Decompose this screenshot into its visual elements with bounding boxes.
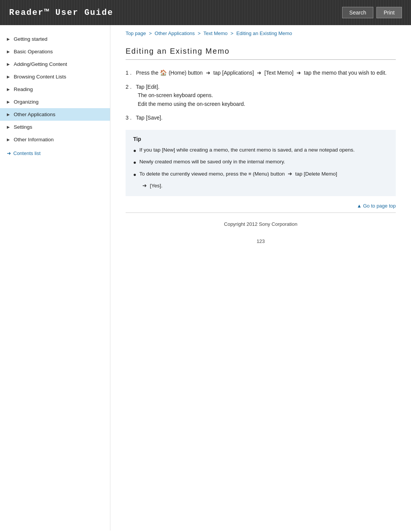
app-title: Reader™ User Guide: [9, 8, 113, 18]
step-3: 3 . Tap [Save].: [126, 113, 396, 122]
sidebar-item-label: Other Information: [14, 137, 54, 142]
arrow-icon: ▶: [7, 50, 11, 54]
breadcrumb-text-memo[interactable]: Text Memo: [203, 30, 228, 36]
step-3-num: 3 .: [126, 115, 134, 121]
arrow-icon: ▶: [7, 100, 11, 104]
arrow-icon: ➜: [296, 69, 301, 77]
tip-title: Tip: [133, 136, 388, 142]
breadcrumb-top[interactable]: Top page: [126, 30, 146, 36]
sidebar-item-other-information[interactable]: ▶ Other Information: [0, 133, 110, 146]
sidebar-item-getting-started[interactable]: ▶ Getting started: [0, 33, 110, 45]
tip-item-3: ● To delete the currently viewed memo, p…: [133, 170, 388, 179]
arrow-icon: ➜: [206, 69, 210, 77]
link-arrow-icon: ➜: [7, 150, 11, 156]
main-content: Top page > Other Applications > Text Mem…: [110, 25, 411, 530]
tip-text-3: To delete the currently viewed memo, pre…: [139, 170, 337, 178]
sidebar-item-label: Basic Operations: [14, 49, 53, 54]
sidebar-item-organizing[interactable]: ▶ Organizing: [0, 96, 110, 108]
sidebar-item-other-applications[interactable]: ▶ Other Applications: [0, 108, 110, 121]
arrow-icon: ➜: [257, 69, 261, 77]
breadcrumb-current[interactable]: Editing an Existing Memo: [236, 30, 292, 36]
arrow-icon: ▶: [7, 137, 11, 142]
footer-copyright: Copyright 2012 Sony Corporation: [126, 217, 396, 238]
sidebar-item-label: Settings: [14, 124, 32, 130]
sidebar-item-browsing-content[interactable]: ▶ Browsing Content Lists: [0, 70, 110, 83]
tip-item-3-sub: ➜ [Yes].: [141, 182, 388, 190]
arrow-icon: ▶: [7, 37, 11, 41]
header-buttons: Search Print: [342, 7, 402, 18]
page-number: 123: [126, 238, 396, 250]
step-2-num: 2 .: [126, 84, 134, 90]
sidebar-item-label: Other Applications: [14, 112, 56, 117]
sidebar-item-reading[interactable]: ▶ Reading: [0, 83, 110, 96]
step-1: 1 . Press the 🏠 (Home) button ➜ tap [App…: [126, 68, 396, 77]
print-button[interactable]: Print: [376, 7, 402, 18]
sidebar-item-label: Organizing: [14, 99, 38, 105]
sidebar-item-label: Getting started: [14, 36, 48, 42]
tip-item-1: ● If you tap [New] while creating a memo…: [133, 146, 388, 155]
breadcrumb-sep1: >: [149, 30, 152, 36]
sidebar-item-settings[interactable]: ▶ Settings: [0, 121, 110, 133]
tip-text-1: If you tap [New] while creating a memo, …: [139, 146, 355, 154]
arrow-icon: ▶: [7, 75, 11, 79]
step-2: 2 . Tap [Edit]. The on-screen keyboard o…: [126, 83, 396, 108]
sidebar-item-label: Adding/Getting Content: [14, 61, 67, 67]
arrow-icon: ▶: [7, 87, 11, 91]
steps-list: 1 . Press the 🏠 (Home) button ➜ tap [App…: [126, 68, 396, 122]
layout: ▶ Getting started ▶ Basic Operations ▶ A…: [0, 25, 411, 530]
tip-bullet-3: ●: [133, 171, 136, 179]
contents-list-link[interactable]: ➜ Contents list: [0, 146, 110, 161]
go-to-top-link[interactable]: ▲ Go to page top: [357, 203, 396, 209]
search-button[interactable]: Search: [342, 7, 373, 18]
step-1-num: 1 .: [126, 70, 134, 76]
tip-bullet-2: ●: [133, 158, 136, 167]
footer-divider: [126, 212, 396, 213]
arrow-icon: ➜: [142, 182, 147, 190]
arrow-icon: ▶: [7, 125, 11, 129]
arrow-icon: ➜: [288, 170, 292, 178]
breadcrumb-sep2: >: [198, 30, 201, 36]
go-to-top[interactable]: ▲ Go to page top: [126, 196, 396, 212]
sidebar-item-label: Browsing Content Lists: [14, 74, 66, 80]
sidebar-item-basic-operations[interactable]: ▶ Basic Operations: [0, 45, 110, 58]
tip-box: Tip ● If you tap [New] while creating a …: [126, 130, 396, 196]
arrow-icon: ▶: [7, 112, 11, 117]
tip-text-2: Newly created memos will be saved only i…: [139, 158, 285, 166]
breadcrumb-sep3: >: [231, 30, 234, 36]
tip-item-2: ● Newly created memos will be saved only…: [133, 158, 388, 167]
home-icon: 🏠: [160, 68, 167, 77]
step-2-sub1: The on-screen keyboard opens.: [138, 91, 396, 99]
sidebar: ▶ Getting started ▶ Basic Operations ▶ A…: [0, 25, 110, 530]
menu-icon: ≡: [249, 170, 252, 178]
arrow-icon: ▶: [7, 62, 11, 66]
sidebar-item-adding-content[interactable]: ▶ Adding/Getting Content: [0, 58, 110, 70]
contents-link-label: Contents list: [13, 150, 41, 156]
breadcrumb: Top page > Other Applications > Text Mem…: [126, 25, 396, 40]
header: Reader™ User Guide Search Print: [0, 0, 411, 25]
breadcrumb-other-apps[interactable]: Other Applications: [155, 30, 195, 36]
page-title: Editing an Existing Memo: [126, 40, 396, 60]
step-2-sub2: Edit the memo using the on-screen keyboa…: [138, 100, 396, 108]
sidebar-item-label: Reading: [14, 86, 33, 92]
tip-bullet-1: ●: [133, 147, 136, 155]
